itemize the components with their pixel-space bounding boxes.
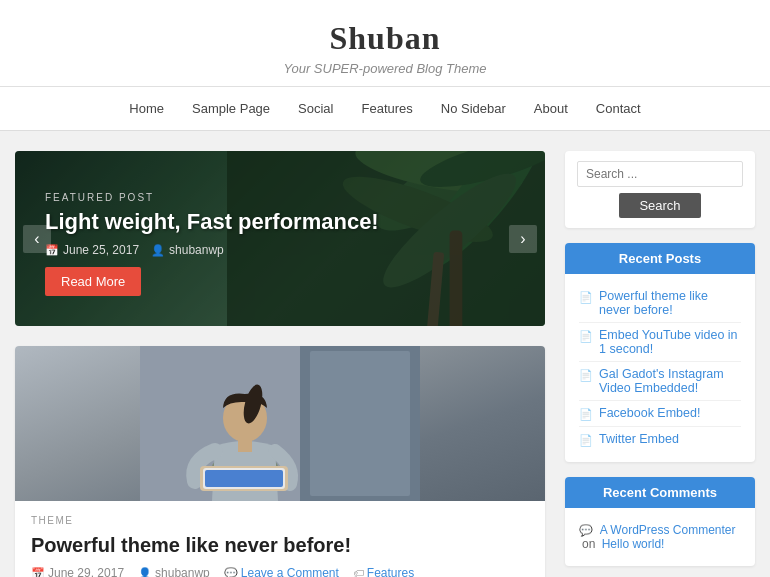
comment-user-icon: 💬 [579, 524, 593, 536]
nav-item-social[interactable]: Social [284, 95, 347, 122]
recent-posts-list: 📄Powerful theme like never before! 📄Embe… [579, 284, 741, 452]
nav-link-about[interactable]: About [520, 95, 582, 122]
search-button[interactable]: Search [619, 193, 700, 218]
slider-title: Light weight, Fast performance! [45, 209, 379, 235]
list-item: 📄Embed YouTube video in 1 second! [579, 323, 741, 362]
recent-post-link[interactable]: Powerful theme like never before! [599, 289, 741, 317]
main-content: ‹ FEATURED POST Light weight, Fast perfo… [15, 151, 545, 577]
svg-rect-16 [238, 438, 252, 452]
featured-slider: ‹ FEATURED POST Light weight, Fast perfo… [15, 151, 545, 326]
slider-meta: 📅 June 25, 2017 👤 shubanwp [45, 243, 379, 257]
post-tag-link[interactable]: Features [367, 566, 414, 577]
comment-post-link[interactable]: Hello world! [602, 537, 665, 551]
featured-label: FEATURED POST [45, 192, 379, 203]
post-comment-wrapper: 💬 Leave a Comment [224, 566, 339, 577]
search-btn-wrapper: Search [577, 193, 743, 218]
list-item: 📄Powerful theme like never before! [579, 284, 741, 323]
recent-posts-content: 📄Powerful theme like never before! 📄Embe… [565, 274, 755, 462]
post-author: shubanwp [155, 566, 210, 577]
slider-date-wrapper: 📅 June 25, 2017 [45, 243, 139, 257]
post-category: THEME [31, 515, 529, 526]
slider-date: June 25, 2017 [63, 243, 139, 257]
nav-item-about[interactable]: About [520, 95, 582, 122]
post-list-icon: 📄 [579, 369, 593, 382]
site-title: Shuban [0, 20, 770, 57]
list-item: 📄Twitter Embed [579, 427, 741, 452]
recent-post-link[interactable]: Facebook Embed! [599, 406, 700, 420]
post-image [15, 346, 545, 501]
post-list-icon: 📄 [579, 291, 593, 304]
slider-author-wrapper: 👤 shubanwp [151, 243, 224, 257]
commenter-link[interactable]: A WordPress Commenter [600, 523, 736, 537]
nav-link-features[interactable]: Features [348, 95, 427, 122]
post-date-wrapper: 📅 June 29, 2017 [31, 566, 124, 577]
post-thumbnail [15, 346, 545, 501]
nav-item-features[interactable]: Features [348, 95, 427, 122]
post-list-icon: 📄 [579, 434, 593, 447]
slider-author: shubanwp [169, 243, 224, 257]
post-author-wrapper: 👤 shubanwp [138, 566, 210, 577]
list-item: 📄Gal Gadot's Instagram Video Embedded! [579, 362, 741, 401]
site-header: Shuban Your SUPER-powered Blog Theme [0, 0, 770, 87]
post-date: June 29, 2017 [48, 566, 124, 577]
svg-rect-11 [310, 351, 410, 496]
post-list-icon: 📄 [579, 408, 593, 421]
nav-link-contact[interactable]: Contact [582, 95, 655, 122]
slider-next-button[interactable]: › [509, 225, 537, 253]
author-icon: 👤 [151, 244, 165, 257]
comment-item: 💬 A WordPress Commenter on Hello world! [579, 518, 741, 556]
nav-list: Home Sample Page Social Features No Side… [115, 95, 654, 122]
post-tag-icon: 🏷 [353, 567, 364, 577]
post-title[interactable]: Powerful theme like never before! [31, 532, 529, 558]
comment-on-text: on [582, 537, 595, 551]
sidebar: Search Recent Posts 📄Powerful theme like… [565, 151, 755, 577]
svg-rect-19 [205, 470, 283, 487]
nav-item-sample[interactable]: Sample Page [178, 95, 284, 122]
recent-comments-widget: Recent Comments 💬 A WordPress Commenter … [565, 477, 755, 566]
recent-comments-content: 💬 A WordPress Commenter on Hello world! [565, 508, 755, 566]
recent-comments-title: Recent Comments [565, 477, 755, 508]
recent-posts-widget: Recent Posts 📄Powerful theme like never … [565, 243, 755, 462]
post-calendar-icon: 📅 [31, 567, 45, 578]
main-nav: Home Sample Page Social Features No Side… [0, 87, 770, 131]
post-meta: 📅 June 29, 2017 👤 shubanwp 💬 Leave a Com… [31, 566, 529, 577]
post-body: THEME Powerful theme like never before! … [15, 501, 545, 577]
nav-item-home[interactable]: Home [115, 95, 178, 122]
page-wrapper: ‹ FEATURED POST Light weight, Fast perfo… [0, 131, 770, 577]
post-tag-wrapper: 🏷 Features [353, 566, 414, 577]
search-widget-content: Search [565, 151, 755, 228]
post-comment-icon: 💬 [224, 567, 238, 578]
recent-posts-title: Recent Posts [565, 243, 755, 274]
recent-post-link[interactable]: Embed YouTube video in 1 second! [599, 328, 741, 356]
list-item: 📄Facebook Embed! [579, 401, 741, 427]
post-image-svg [140, 346, 420, 501]
read-more-button[interactable]: Read More [45, 267, 141, 296]
nav-item-nosidebar[interactable]: No Sidebar [427, 95, 520, 122]
site-tagline: Your SUPER-powered Blog Theme [0, 61, 770, 76]
nav-link-home[interactable]: Home [115, 95, 178, 122]
post-author-icon: 👤 [138, 567, 152, 578]
post-list-icon: 📄 [579, 330, 593, 343]
slider-prev-button[interactable]: ‹ [23, 225, 51, 253]
slider-content: FEATURED POST Light weight, Fast perform… [45, 192, 379, 296]
recent-post-link[interactable]: Gal Gadot's Instagram Video Embedded! [599, 367, 741, 395]
nav-link-social[interactable]: Social [284, 95, 347, 122]
nav-link-nosidebar[interactable]: No Sidebar [427, 95, 520, 122]
recent-post-link[interactable]: Twitter Embed [599, 432, 679, 446]
nav-link-sample[interactable]: Sample Page [178, 95, 284, 122]
post-card: THEME Powerful theme like never before! … [15, 346, 545, 577]
post-comment-link[interactable]: Leave a Comment [241, 566, 339, 577]
nav-item-contact[interactable]: Contact [582, 95, 655, 122]
search-input[interactable] [577, 161, 743, 187]
search-widget: Search [565, 151, 755, 228]
